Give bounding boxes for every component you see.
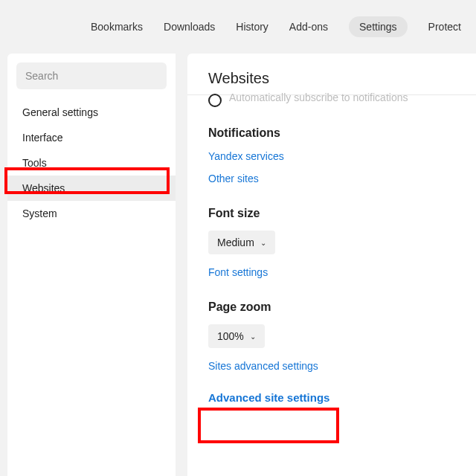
link-font-settings[interactable]: Font settings xyxy=(208,266,476,278)
nav-history[interactable]: History xyxy=(236,21,268,33)
font-size-select[interactable]: Medium ⌄ xyxy=(208,231,275,254)
notifications-heading: Notifications xyxy=(208,126,476,140)
nav-bookmarks[interactable]: Bookmarks xyxy=(91,21,143,33)
font-size-value: Medium xyxy=(217,237,254,248)
sidebar-item-websites[interactable]: Websites xyxy=(7,176,176,201)
notifications-section: Notifications Yandex services Other site… xyxy=(208,126,476,184)
advanced-section: Advanced site settings xyxy=(208,391,476,404)
sidebar-item-general[interactable]: General settings xyxy=(7,100,176,125)
page-title: Websites xyxy=(208,70,476,87)
top-navigation: Bookmarks Downloads History Add-ons Sett… xyxy=(0,0,476,54)
font-size-heading: Font size xyxy=(208,207,476,220)
search-input[interactable] xyxy=(16,62,167,89)
nav-protect[interactable]: Protect xyxy=(428,21,461,33)
page-zoom-select[interactable]: 100% ⌄ xyxy=(208,324,265,348)
sidebar-item-tools[interactable]: Tools xyxy=(7,150,176,176)
auto-subscribe-label: Automatically subscribe to notifications xyxy=(229,91,408,103)
font-size-section: Font size Medium ⌄ Font settings xyxy=(208,207,476,278)
sidebar-item-system[interactable]: System xyxy=(7,201,176,226)
auto-subscribe-row: Automatically subscribe to notifications xyxy=(208,91,476,104)
link-yandex-services[interactable]: Yandex services xyxy=(208,150,476,162)
nav-settings[interactable]: Settings xyxy=(349,16,408,37)
circle-icon xyxy=(208,94,222,107)
link-other-sites[interactable]: Other sites xyxy=(208,173,476,184)
link-sites-advanced[interactable]: Sites advanced settings xyxy=(208,360,476,372)
content-panel: Websites Automatically subscribe to noti… xyxy=(187,54,476,476)
page-zoom-heading: Page zoom xyxy=(208,300,476,314)
sidebar: General settings Interface Tools Website… xyxy=(7,54,176,476)
page-zoom-value: 100% xyxy=(217,330,244,342)
sidebar-item-interface[interactable]: Interface xyxy=(7,125,176,150)
chevron-down-icon: ⌄ xyxy=(260,239,266,247)
page-zoom-section: Page zoom 100% ⌄ Sites advanced settings xyxy=(208,300,476,372)
chevron-down-icon: ⌄ xyxy=(250,332,256,341)
nav-addons[interactable]: Add-ons xyxy=(289,21,328,33)
link-advanced-site-settings[interactable]: Advanced site settings xyxy=(208,391,476,404)
nav-downloads[interactable]: Downloads xyxy=(164,21,215,33)
